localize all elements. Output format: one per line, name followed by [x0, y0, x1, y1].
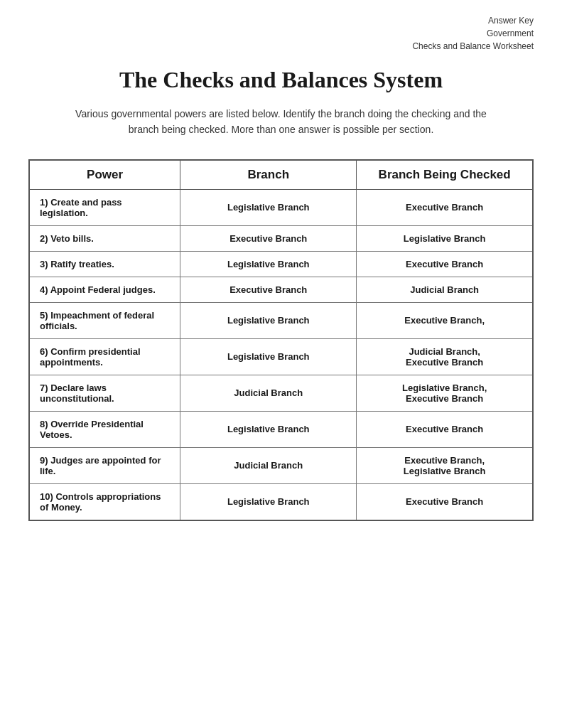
- header-info: Answer Key Government Checks and Balance…: [28, 14, 534, 53]
- cell-power-7: 7) Declare laws unconstitutional.: [29, 375, 180, 411]
- cell-power-9: 9) Judges are appointed for life.: [29, 447, 180, 483]
- subtitle-line1: Various governmental powers are listed b…: [75, 108, 487, 119]
- cell-checked-6: Judicial Branch,Executive Branch: [357, 338, 533, 375]
- header-power: Power: [29, 160, 180, 190]
- cell-branch-8: Legislative Branch: [180, 411, 357, 447]
- cell-branch-10: Legislative Branch: [180, 483, 357, 520]
- cell-power-3: 3) Ratify treaties.: [29, 251, 180, 277]
- header-line1: Answer Key: [488, 16, 534, 26]
- cell-branch-4: Executive Branch: [180, 277, 357, 302]
- cell-checked-1: Executive Branch: [357, 189, 533, 225]
- cell-power-5: 5) Impeachment of federal officials.: [29, 302, 180, 338]
- table-row: 5) Impeachment of federal officials.Legi…: [29, 302, 533, 338]
- cell-power-6: 6) Confirm presidential appointments.: [29, 338, 180, 375]
- cell-checked-10: Executive Branch: [357, 483, 533, 520]
- cell-branch-6: Legislative Branch: [180, 338, 357, 375]
- cell-checked-2: Legislative Branch: [357, 225, 533, 251]
- cell-power-10: 10) Controls appropriations of Money.: [29, 483, 180, 520]
- table-row: 1) Create and pass legislation.Legislati…: [29, 189, 533, 225]
- cell-checked-5: Executive Branch,: [357, 302, 533, 338]
- cell-checked-9: Executive Branch,Legislative Branch: [357, 447, 533, 483]
- table-row: 3) Ratify treaties.Legislative BranchExe…: [29, 251, 533, 277]
- subtitle: Various governmental powers are listed b…: [28, 106, 534, 138]
- table-row: 10) Controls appropriations of Money.Leg…: [29, 483, 533, 520]
- cell-branch-3: Legislative Branch: [180, 251, 357, 277]
- subtitle-line2: branch being checked. More than one answ…: [129, 124, 434, 135]
- worksheet-table: Power Branch Branch Being Checked 1) Cre…: [28, 159, 534, 521]
- table-row: 8) Override Presidential Vetoes.Legislat…: [29, 411, 533, 447]
- cell-power-1: 1) Create and pass legislation.: [29, 189, 180, 225]
- cell-checked-4: Judicial Branch: [357, 277, 533, 302]
- cell-checked-7: Legislative Branch,Executive Branch: [357, 375, 533, 411]
- header-checked: Branch Being Checked: [357, 160, 533, 190]
- table-row: 4) Appoint Federal judges.Executive Bran…: [29, 277, 533, 302]
- header-line2: Government: [487, 28, 534, 38]
- table-row: 6) Confirm presidential appointments.Leg…: [29, 338, 533, 375]
- cell-power-2: 2) Veto bills.: [29, 225, 180, 251]
- cell-branch-1: Legislative Branch: [180, 189, 357, 225]
- cell-branch-5: Legislative Branch: [180, 302, 357, 338]
- table-row: 7) Declare laws unconstitutional.Judicia…: [29, 375, 533, 411]
- cell-checked-3: Executive Branch: [357, 251, 533, 277]
- header-line3: Checks and Balance Worksheet: [412, 41, 534, 51]
- header-branch: Branch: [180, 160, 357, 190]
- table-row: 9) Judges are appointed for life.Judicia…: [29, 447, 533, 483]
- table-row: 2) Veto bills.Executive BranchLegislativ…: [29, 225, 533, 251]
- cell-checked-8: Executive Branch: [357, 411, 533, 447]
- cell-branch-7: Judicial Branch: [180, 375, 357, 411]
- cell-power-8: 8) Override Presidential Vetoes.: [29, 411, 180, 447]
- cell-branch-2: Executive Branch: [180, 225, 357, 251]
- cell-branch-9: Judicial Branch: [180, 447, 357, 483]
- page-title: The Checks and Balances System: [28, 67, 534, 93]
- cell-power-4: 4) Appoint Federal judges.: [29, 277, 180, 302]
